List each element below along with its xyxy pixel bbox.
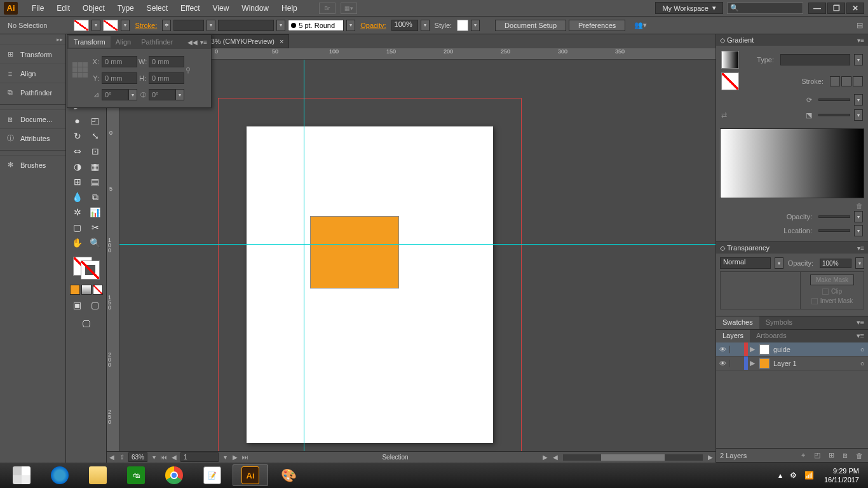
color-mode-gradient[interactable] xyxy=(81,285,92,295)
gradient-type-dd-btn[interactable]: ▾ xyxy=(854,54,863,65)
layer-visibility-toggle[interactable]: 👁 xyxy=(716,360,730,367)
reference-point-grid[interactable] xyxy=(72,62,88,78)
arrange-docs-icon[interactable]: ▦▾ xyxy=(341,3,357,14)
color-mode-none[interactable] xyxy=(93,285,103,295)
taskbar-explorer[interactable] xyxy=(80,464,116,486)
slice-tool[interactable]: ✂ xyxy=(86,220,104,235)
blob-brush-tool[interactable]: ● xyxy=(69,113,86,128)
invert-mask-checkbox[interactable]: Invert Mask xyxy=(811,297,853,304)
menu-view[interactable]: View xyxy=(207,4,236,13)
locate-layer-icon[interactable]: ⌖ xyxy=(798,451,808,459)
menu-file[interactable]: File xyxy=(25,4,50,13)
stop-opacity-dd[interactable]: ▾ xyxy=(854,211,863,222)
control-menu-icon[interactable]: ▤ xyxy=(857,21,863,29)
taskbar-ie[interactable] xyxy=(42,464,78,486)
artboard-last[interactable]: ⏭ xyxy=(240,454,250,461)
trans-opacity-dd[interactable]: ▾ xyxy=(855,257,864,269)
brush-definition[interactable]: 5 pt. Round xyxy=(288,20,344,31)
symbol-sprayer-tool[interactable]: ✲ xyxy=(69,205,86,220)
delete-stop-icon[interactable]: 🗑 xyxy=(856,202,863,210)
gradient-aspect-dd[interactable]: ▾ xyxy=(854,109,863,121)
tab-transform[interactable]: Transform xyxy=(69,36,111,48)
width-tool[interactable]: ⇔ xyxy=(69,144,86,159)
blend-mode-dropdown[interactable]: Normal xyxy=(720,257,771,269)
menu-help[interactable]: Help xyxy=(275,4,304,13)
artboard-nav-dropdown[interactable]: ▾ xyxy=(220,454,230,461)
gradient-angle-input[interactable] xyxy=(818,98,850,101)
status-export-icon[interactable]: ⇪ xyxy=(117,454,127,461)
panel-menu-icon[interactable]: ▾≡ xyxy=(200,39,207,46)
fill-swatch[interactable] xyxy=(74,20,89,31)
taskbar-store[interactable]: 🛍 xyxy=(118,464,154,486)
artboard-next[interactable]: ▶ xyxy=(230,454,240,461)
stroke-grad-mode-1[interactable] xyxy=(830,76,840,86)
gradient-preview[interactable] xyxy=(721,51,739,69)
vertical-ruler[interactable]: 0 5 1 0 0 1 5 0 2 0 0 2 5 0 xyxy=(107,60,119,451)
new-layer-icon[interactable]: 🗎 xyxy=(840,452,850,459)
stroke-label[interactable]: Stroke: xyxy=(132,22,159,29)
fill-dropdown[interactable]: ▾ xyxy=(92,20,100,31)
tray-network-icon[interactable]: ⚙ xyxy=(786,471,801,480)
stop-location-input[interactable] xyxy=(818,229,850,232)
trans-opacity-input[interactable]: 100% xyxy=(820,259,851,268)
tab-swatches[interactable]: Swatches xyxy=(716,316,759,329)
stroke-swatch-dropdown[interactable]: ▾ xyxy=(121,20,130,31)
reverse-gradient-icon[interactable]: ⇄ xyxy=(721,111,727,119)
y-input[interactable] xyxy=(102,72,137,84)
tab-artboards[interactable]: Artboards xyxy=(750,330,793,342)
rotate-tool[interactable]: ↻ xyxy=(69,128,86,144)
gradient-ramp[interactable] xyxy=(720,128,864,198)
gradient-tool[interactable]: ▤ xyxy=(86,174,104,189)
tab-layers[interactable]: Layers xyxy=(716,330,750,342)
dock-attributes[interactable]: ⓘAttributes xyxy=(0,128,65,147)
dock-pathfinder[interactable]: ⧉Pathfinder xyxy=(0,83,65,102)
shape-builder-tool[interactable]: ◑ xyxy=(69,159,86,174)
opacity-dropdown[interactable]: ▾ xyxy=(421,20,430,31)
taskbar-paint[interactable]: 🎨 xyxy=(271,464,306,486)
brush-dropdown[interactable]: ▾ xyxy=(346,20,355,31)
menu-effect[interactable]: Effect xyxy=(174,4,206,13)
shear-dd[interactable]: ▾ xyxy=(175,89,184,100)
menu-object[interactable]: Object xyxy=(76,4,111,13)
shear-input[interactable] xyxy=(149,89,175,100)
zoom-level[interactable]: 63% xyxy=(128,452,147,462)
artboard-first[interactable]: ⏮ xyxy=(159,454,169,461)
menu-select[interactable]: Select xyxy=(140,4,174,13)
layer-target-icon[interactable]: ○ xyxy=(857,360,868,367)
layer-visibility-toggle[interactable]: 👁 xyxy=(716,346,730,353)
gradient-type-dropdown[interactable] xyxy=(780,54,850,65)
gradient-aspect-input[interactable] xyxy=(818,114,850,116)
clip-checkbox[interactable]: Clip xyxy=(822,288,842,295)
stroke-grad-mode-2[interactable] xyxy=(841,76,851,86)
make-mask-button[interactable]: Make Mask xyxy=(810,274,854,285)
zoom-tool[interactable]: 🔍 xyxy=(86,235,104,250)
minimize-button[interactable]: — xyxy=(808,3,826,14)
tray-volume-icon[interactable]: 📶 xyxy=(801,471,818,480)
tab-align[interactable]: Align xyxy=(111,36,136,48)
stroke-grad-mode-3[interactable] xyxy=(853,76,863,86)
variable-width-profile[interactable] xyxy=(218,20,274,31)
swatches-panel-menu[interactable]: ▾≡ xyxy=(853,316,868,329)
maximize-button[interactable]: ❐ xyxy=(827,3,845,14)
graphic-style-dropdown[interactable]: ▾ xyxy=(471,20,480,31)
search-input[interactable]: 🔍 xyxy=(727,3,803,14)
stop-opacity-input[interactable] xyxy=(818,215,850,218)
layer-thumbnail[interactable] xyxy=(759,358,770,369)
artboard-number[interactable]: 1 xyxy=(180,452,219,462)
taskbar-notepad[interactable]: 📝 xyxy=(194,464,230,486)
stop-location-dd[interactable]: ▾ xyxy=(854,225,863,236)
align-to-icon[interactable]: 👥▾ xyxy=(634,21,647,29)
stroke-weight-dropdown[interactable]: ▾ xyxy=(207,20,215,31)
document-setup-button[interactable]: Document Setup xyxy=(495,20,566,31)
menu-edit[interactable]: Edit xyxy=(50,4,76,13)
hscroll-track[interactable] xyxy=(563,454,703,461)
variable-width-dropdown[interactable]: ▾ xyxy=(276,20,285,31)
blend-mode-dd-btn[interactable]: ▾ xyxy=(775,257,783,269)
w-input[interactable] xyxy=(149,56,184,67)
mesh-tool[interactable]: ⊞ xyxy=(69,174,86,189)
graph-tool[interactable]: 📊 xyxy=(86,205,104,220)
layer-target-icon[interactable]: ○ xyxy=(857,346,868,353)
layer-expand-toggle[interactable]: ▶ xyxy=(748,359,757,367)
stroke-weight-stepper[interactable]: ≑ xyxy=(162,20,171,31)
artboard-tool[interactable]: ▢ xyxy=(69,220,86,235)
